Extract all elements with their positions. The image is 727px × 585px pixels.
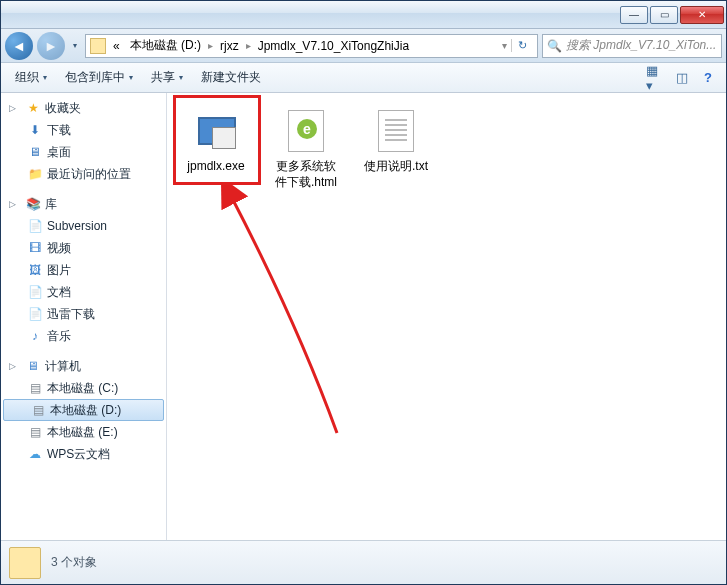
titlebar: ― ▭ ✕ xyxy=(1,1,726,29)
sidebar-item-subversion[interactable]: 📄Subversion xyxy=(1,215,166,237)
sidebar-item-drive-d[interactable]: ▤本地磁盘 (D:) xyxy=(3,399,164,421)
sidebar-item-music[interactable]: ♪音乐 xyxy=(1,325,166,347)
sidebar-item-drive-c[interactable]: ▤本地磁盘 (C:) xyxy=(1,377,166,399)
sidebar-item-drive-e[interactable]: ▤本地磁盘 (E:) xyxy=(1,421,166,443)
sidebar-item-xunlei[interactable]: 📄迅雷下载 xyxy=(1,303,166,325)
close-button[interactable]: ✕ xyxy=(680,6,724,24)
chevron-right-icon: ▸ xyxy=(246,40,251,51)
statusbar: 3 个对象 xyxy=(1,540,726,584)
folder-icon xyxy=(9,547,41,579)
folder-icon xyxy=(90,38,106,54)
search-input[interactable]: 🔍 搜索 Jpmdlx_V7.10_XiTon... xyxy=(542,34,722,58)
back-button[interactable]: ◄ xyxy=(5,32,33,60)
organize-menu[interactable]: 组织 xyxy=(9,67,53,88)
navbar: ◄ ► ▾ « 本地磁盘 (D:) ▸ rjxz ▸ Jpmdlx_V7.10_… xyxy=(1,29,726,63)
preview-pane-button[interactable]: ◫ xyxy=(672,68,692,88)
help-button[interactable]: ? xyxy=(698,68,718,88)
share-menu[interactable]: 共享 xyxy=(145,67,189,88)
toolbar: 组织 包含到库中 共享 新建文件夹 ▦ ▾ ◫ ? xyxy=(1,63,726,93)
minimize-button[interactable]: ― xyxy=(620,6,648,24)
file-name: 使用说明.txt xyxy=(364,159,428,175)
file-name: 更多系统软件下载.html xyxy=(271,159,341,190)
refresh-button[interactable]: ↻ xyxy=(511,39,533,52)
file-name: jpmdlx.exe xyxy=(187,159,244,175)
sidebar-item-downloads[interactable]: ⬇下载 xyxy=(1,119,166,141)
sidebar-item-library[interactable]: ▷📚库 xyxy=(1,193,166,215)
search-icon: 🔍 xyxy=(547,39,562,53)
history-dropdown[interactable]: ▾ xyxy=(69,36,81,56)
search-placeholder: 搜索 Jpmdlx_V7.10_XiTon... xyxy=(566,37,716,54)
sidebar-item-video[interactable]: 🎞视频 xyxy=(1,237,166,259)
file-grid: jpmdlx.exe 更多系统软件下载.html 使用说明.txt xyxy=(177,103,716,194)
exe-icon xyxy=(192,107,240,155)
annotation-arrow xyxy=(207,183,367,443)
file-item-txt[interactable]: 使用说明.txt xyxy=(357,103,435,179)
sidebar-item-desktop[interactable]: 🖥桌面 xyxy=(1,141,166,163)
file-item-html[interactable]: 更多系统软件下载.html xyxy=(267,103,345,194)
breadcrumb-seg-2[interactable]: rjxz xyxy=(217,37,242,55)
address-bar[interactable]: « 本地磁盘 (D:) ▸ rjxz ▸ Jpmdlx_V7.10_XiTong… xyxy=(85,34,538,58)
sidebar-item-images[interactable]: 🖼图片 xyxy=(1,259,166,281)
chevron-right-icon: ▸ xyxy=(208,40,213,51)
explorer-window: ― ▭ ✕ ◄ ► ▾ « 本地磁盘 (D:) ▸ rjxz ▸ Jpmdlx_… xyxy=(0,0,727,585)
breadcrumb-prefix[interactable]: « xyxy=(110,37,123,55)
status-item-count: 3 个对象 xyxy=(51,554,97,571)
new-folder-button[interactable]: 新建文件夹 xyxy=(195,67,267,88)
maximize-button[interactable]: ▭ xyxy=(650,6,678,24)
sidebar-item-recent[interactable]: 📁最近访问的位置 xyxy=(1,163,166,185)
content-pane[interactable]: jpmdlx.exe 更多系统软件下载.html 使用说明.txt xyxy=(167,93,726,540)
address-dropdown[interactable]: ▾ xyxy=(502,40,507,51)
sidebar-item-computer[interactable]: ▷🖥计算机 xyxy=(1,355,166,377)
sidebar: ▷★收藏夹 ⬇下载 🖥桌面 📁最近访问的位置 ▷📚库 📄Subversion 🎞… xyxy=(1,93,167,540)
include-library-menu[interactable]: 包含到库中 xyxy=(59,67,139,88)
breadcrumb-seg-3[interactable]: Jpmdlx_V7.10_XiTongZhiJia xyxy=(255,37,412,55)
body-area: ▷★收藏夹 ⬇下载 🖥桌面 📁最近访问的位置 ▷📚库 📄Subversion 🎞… xyxy=(1,93,726,540)
sidebar-item-favorites[interactable]: ▷★收藏夹 xyxy=(1,97,166,119)
sidebar-item-wps[interactable]: ☁WPS云文档 xyxy=(1,443,166,465)
sidebar-item-docs[interactable]: 📄文档 xyxy=(1,281,166,303)
file-item-exe[interactable]: jpmdlx.exe xyxy=(177,103,255,179)
html-icon xyxy=(282,107,330,155)
window-buttons: ― ▭ ✕ xyxy=(620,6,724,24)
view-options-button[interactable]: ▦ ▾ xyxy=(646,68,666,88)
txt-icon xyxy=(372,107,420,155)
forward-button[interactable]: ► xyxy=(37,32,65,60)
breadcrumb-seg-1[interactable]: 本地磁盘 (D:) xyxy=(127,35,204,56)
